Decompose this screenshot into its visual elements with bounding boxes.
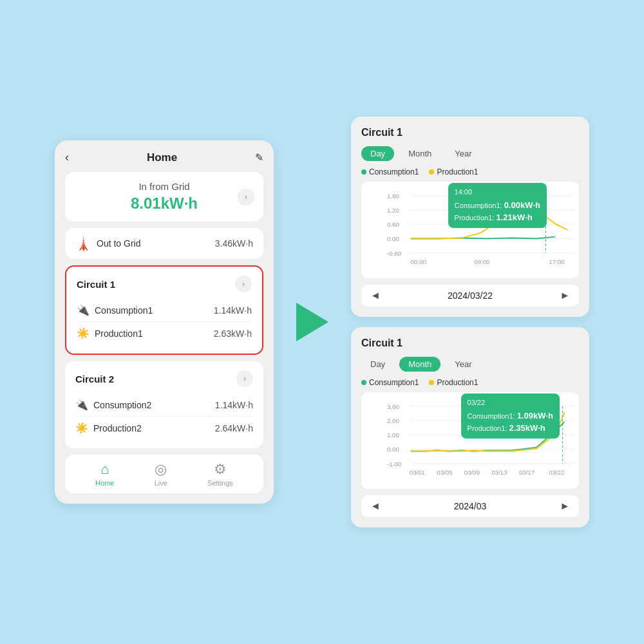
- legend-month-consumption1: Consumption1: [361, 378, 419, 387]
- sun2-icon: ☀️: [75, 422, 88, 434]
- production-dot: [429, 169, 434, 175]
- circuit1-consumption-row: 🔌 Consumption1 1.14kW·h: [77, 299, 252, 321]
- day-chart-svg: 1.80 1.20 0.60 0.00 -0.60: [387, 188, 574, 272]
- month-date-prev[interactable]: ◄: [370, 500, 381, 512]
- day-date-next[interactable]: ►: [560, 290, 570, 301]
- circuit2-card: Circuit 2 › 🔌 Consumption2 1.14kW·h ☀️ P…: [65, 361, 263, 448]
- svg-text:17:00: 17:00: [549, 258, 564, 265]
- month-production-dot: [429, 380, 434, 385]
- svg-text:-1.00: -1.00: [387, 460, 401, 468]
- grid-in-nav-button[interactable]: ›: [238, 189, 254, 205]
- circuit2-nav-button[interactable]: ›: [236, 370, 253, 387]
- tab-month-month[interactable]: Month: [399, 357, 440, 372]
- nav-home-label: Home: [95, 479, 114, 487]
- circuit1-title: Circuit 1: [77, 279, 115, 290]
- circuit2-consumption-value: 1.14kW·h: [215, 400, 253, 410]
- svg-text:03/01: 03/01: [410, 469, 425, 476]
- month-chart-wrapper: 03/22 Consumption1: 1.09kW·h Production1…: [361, 392, 579, 489]
- out-to-grid-card: 🗼 Out to Grid 3.46kW·h: [65, 228, 263, 259]
- svg-text:03/05: 03/05: [437, 469, 452, 476]
- svg-text:03/22: 03/22: [549, 469, 564, 476]
- plug2-icon: 🔌: [75, 399, 88, 411]
- grid-tower-icon: 🗼: [75, 236, 91, 251]
- svg-text:-0.60: -0.60: [387, 250, 401, 257]
- right-arrow-icon: [296, 303, 328, 341]
- consumption-legend-label: Consumption1: [369, 167, 419, 176]
- grid-in-value: 8.01kW·h: [75, 194, 253, 213]
- svg-text:1.20: 1.20: [387, 207, 399, 214]
- nav-home[interactable]: ⌂ Home: [95, 461, 114, 487]
- month-production-legend-label: Production1: [437, 378, 478, 387]
- tab-day-day[interactable]: Day: [361, 146, 394, 161]
- grid-in-card: In from Grid 8.01kW·h ›: [65, 172, 263, 222]
- out-to-grid-label: Out to Grid: [97, 238, 210, 249]
- nav-settings[interactable]: ⚙ Settings: [207, 461, 233, 487]
- circuit2-header: Circuit 2 ›: [75, 370, 253, 387]
- svg-text:03/09: 03/09: [464, 469, 480, 476]
- detail-day-tabs: Day Month Year: [361, 146, 579, 161]
- circuit1-consumption-value: 1.14kW·h: [214, 305, 252, 316]
- app-title: Home: [147, 151, 177, 164]
- bottom-navigation: ⌂ Home ◎ Live ⚙ Settings: [65, 455, 263, 493]
- month-chart-svg: 3.00 2.00 1.00 0.00 -1.00: [387, 399, 574, 482]
- circuit2-title: Circuit 2: [75, 374, 114, 384]
- month-consumption-legend-label: Consumption1: [369, 378, 419, 387]
- phone-panel: ‹ Home ✎ In from Grid 8.01kW·h › 🗼 Out t…: [55, 140, 274, 504]
- svg-text:0.60: 0.60: [387, 221, 399, 228]
- home-icon: ⌂: [100, 461, 109, 478]
- circuit2-production-label: Production2: [93, 423, 210, 433]
- tab-day-month[interactable]: Month: [399, 146, 440, 161]
- circuit1-consumption-label: Consumption1: [95, 305, 209, 316]
- month-date-next[interactable]: ►: [560, 500, 570, 512]
- right-panels: Circuit 1 Day Month Year Consumption1 Pr…: [351, 117, 589, 527]
- svg-text:1.00: 1.00: [387, 431, 399, 439]
- circuit2-production-value: 2.64kW·h: [215, 423, 253, 433]
- grid-in-label: In from Grid: [75, 181, 253, 192]
- back-button[interactable]: ‹: [65, 151, 69, 164]
- month-consumption-dot: [361, 380, 366, 385]
- svg-text:1.80: 1.80: [387, 193, 399, 200]
- circuit1-production-label: Production1: [95, 328, 209, 339]
- tab-day-year[interactable]: Year: [446, 146, 480, 161]
- detail-month-legend: Consumption1 Production1: [361, 378, 579, 387]
- svg-text:03/13: 03/13: [491, 469, 507, 476]
- arrow-indicator: [293, 303, 332, 341]
- live-icon: ◎: [155, 461, 167, 478]
- circuit1-production-value: 2.63kW·h: [214, 328, 252, 339]
- tab-month-year[interactable]: Year: [446, 357, 480, 372]
- svg-text:00:00: 00:00: [411, 258, 426, 265]
- plug-icon: 🔌: [77, 304, 90, 316]
- day-chart-wrapper: 14:00 Consumption1: 0.00kW·h Production1…: [361, 182, 579, 278]
- nav-live-label: Live: [155, 479, 167, 487]
- sun-icon: ☀️: [77, 327, 90, 339]
- circuit2-consumption-row: 🔌 Consumption2 1.14kW·h: [75, 393, 253, 416]
- circuit1-production-row: ☀️ Production1 2.63kW·h: [77, 321, 252, 345]
- production-legend-label: Production1: [437, 167, 478, 176]
- circuit1-card: Circuit 1 › 🔌 Consumption1 1.14kW·h ☀️ P…: [65, 265, 263, 355]
- svg-text:0.00: 0.00: [387, 235, 399, 242]
- nav-live[interactable]: ◎ Live: [155, 461, 167, 487]
- day-date-prev[interactable]: ◄: [370, 290, 381, 301]
- svg-text:03/17: 03/17: [519, 469, 535, 476]
- legend-consumption1: Consumption1: [361, 167, 419, 176]
- day-date-nav: ◄ 2024/03/22 ►: [361, 285, 579, 307]
- legend-production1: Production1: [429, 167, 478, 176]
- circuit1-nav-button[interactable]: ›: [235, 276, 252, 292]
- tab-month-day[interactable]: Day: [361, 357, 394, 372]
- svg-text:09:00: 09:00: [474, 258, 489, 265]
- svg-text:3.00: 3.00: [387, 403, 399, 410]
- month-date-label: 2024/03: [454, 501, 487, 511]
- edit-button[interactable]: ✎: [255, 151, 263, 164]
- nav-settings-label: Settings: [207, 479, 233, 487]
- circuit2-production-row: ☀️ Production2 2.64kW·h: [75, 416, 253, 439]
- month-date-nav: ◄ 2024/03 ►: [361, 495, 579, 517]
- circuit1-header: Circuit 1 ›: [77, 276, 252, 292]
- circuit2-consumption-label: Consumption2: [93, 400, 210, 410]
- detail-day-title: Circuit 1: [361, 127, 579, 138]
- out-to-grid-value: 3.46kW·h: [215, 238, 253, 249]
- detail-month-title: Circuit 1: [361, 337, 579, 349]
- detail-day-legend: Consumption1 Production1: [361, 167, 579, 176]
- svg-text:2.00: 2.00: [387, 417, 399, 424]
- app-header: ‹ Home ✎: [65, 151, 263, 164]
- detail-month-card: Circuit 1 Day Month Year Consumption1 Pr…: [351, 327, 589, 527]
